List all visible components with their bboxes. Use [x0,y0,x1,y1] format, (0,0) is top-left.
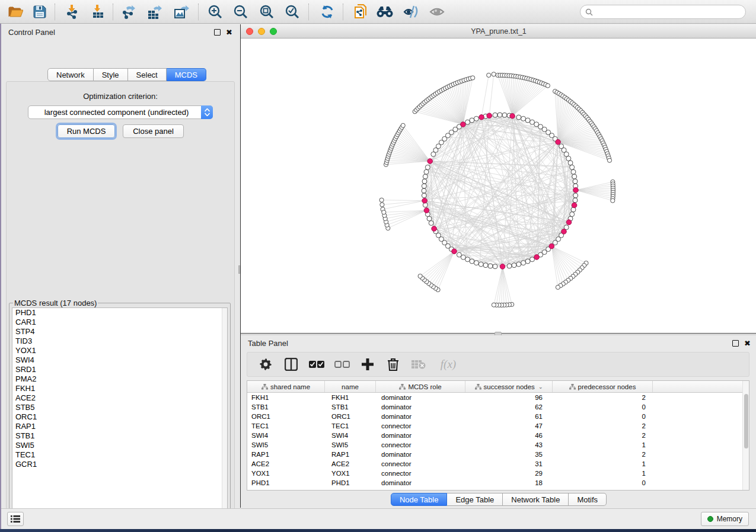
table-scrollbar-thumb[interactable] [744,394,748,448]
float-table-panel-icon[interactable] [732,340,739,347]
tab-select[interactable]: Select [128,68,167,81]
export-network-icon[interactable] [120,4,138,20]
network-window-titlebar[interactable]: YPA_prune.txt_1 [241,24,756,39]
table-cell: SWI5 [247,441,325,448]
column-header-name[interactable]: name [325,381,376,392]
table-cell: dominator [376,479,465,486]
select-all-icon[interactable] [309,357,324,372]
toolbar-separator [113,4,113,20]
network-title: YPA_prune.txt_1 [241,27,756,36]
zoom-in-icon[interactable] [206,4,224,20]
mcds-result-item[interactable]: PHD1 [12,308,227,318]
table-cell: FKH1 [247,394,325,401]
import-table-icon[interactable] [89,4,107,20]
table-cell: 47 [465,422,553,430]
network-file-icon[interactable] [352,4,370,20]
mcds-list-scrollbar[interactable] [222,308,227,515]
mcds-result-item[interactable]: PMA2 [12,374,227,384]
toolbar-separator [55,4,55,20]
table-cell: 1 [553,470,653,477]
mcds-tab-content: Optimization criterion: largest connecte… [6,81,235,530]
table-cell: 96 [465,394,553,401]
memory-button[interactable]: Memory [701,512,749,526]
optimization-criterion-select[interactable]: largest connected component (undirected) [28,105,213,119]
mcds-result-item[interactable]: TID3 [12,336,227,346]
table-row[interactable]: RAP1RAP1dominator352 [247,450,749,459]
table-row[interactable]: ORC1ORC1dominator610 [247,412,749,421]
zoom-selected-icon[interactable] [283,4,301,20]
delete-icon[interactable] [385,357,401,372]
split-columns-icon[interactable] [283,357,299,372]
tab-mcds[interactable]: MCDS [167,68,206,81]
tab-network[interactable]: Network [47,68,94,81]
table-row[interactable]: SWI4SWI4dominator462 [247,431,749,440]
table-row[interactable]: ACE2ACE2connector311 [247,459,749,469]
mcds-result-item[interactable]: STB1 [12,431,227,441]
table-cell: 43 [465,441,553,448]
zoom-fit-icon[interactable] [258,4,276,20]
mcds-result-item[interactable]: STP4 [12,327,227,336]
tab-network-table[interactable]: Network Table [503,493,569,506]
mcds-result-item[interactable]: SWI4 [12,355,227,365]
export-table-icon[interactable] [146,4,164,20]
toolbar-separator [343,4,343,20]
save-icon[interactable] [31,4,49,20]
table-cell: ACE2 [325,460,376,467]
gear-icon[interactable] [258,357,273,372]
mcds-result-item[interactable]: ORC1 [12,412,227,422]
mcds-result-title: MCDS result (17 nodes) [13,299,98,307]
table-row[interactable]: STB1STB1dominator620 [247,402,749,412]
mcds-result-item[interactable]: TEC1 [12,450,227,460]
mcds-result-item[interactable]: CAR1 [12,318,227,327]
hide-eye-icon[interactable] [402,4,420,20]
column-header-shared-name[interactable]: shared name [247,381,325,392]
refresh-icon[interactable] [318,4,336,20]
mcds-result-item[interactable]: SRD1 [12,365,227,374]
export-image-icon[interactable] [173,4,190,20]
close-panel-button[interactable]: Close panel [123,124,184,138]
mcds-result-item[interactable]: SWI5 [12,441,227,450]
table-cell: 0 [553,413,653,420]
add-icon[interactable] [360,357,375,372]
mcds-result-item[interactable]: YOX1 [12,346,227,355]
mcds-result-item[interactable]: FKH1 [12,384,227,393]
table-row[interactable]: YOX1YOX1connector291 [247,469,749,478]
mcds-result-item[interactable]: RAP1 [12,422,227,431]
column-header-predecessor-nodes[interactable]: predecessor nodes [553,381,653,392]
mcds-result-item[interactable]: ACE2 [12,393,227,403]
run-mcds-button[interactable]: Run MCDS [58,124,115,138]
mcds-result-groupbox: MCDS result (17 nodes) PHD1CAR1STP4TID3Y… [9,299,231,521]
open-folder-icon[interactable] [7,4,24,20]
tab-node-table[interactable]: Node Table [391,493,448,506]
table-row[interactable]: FKH1FKH1dominator962 [247,393,749,402]
zoom-out-icon[interactable] [232,4,250,20]
network-graph[interactable] [241,39,755,332]
task-history-button[interactable] [7,512,24,526]
close-panel-icon[interactable]: ✖ [226,28,232,36]
float-panel-icon[interactable] [214,29,221,36]
table-row[interactable]: SWI5SWI5connector431 [247,440,749,450]
search-input[interactable] [580,5,746,19]
table-scrollbar[interactable] [742,381,749,490]
network-canvas[interactable] [241,39,756,333]
tab-edge-table[interactable]: Edge Table [447,493,503,506]
close-table-panel-icon[interactable]: ✖ [744,339,751,347]
binoculars-icon[interactable] [376,4,394,20]
table-cell: STB1 [247,403,325,411]
tab-motifs[interactable]: Motifs [569,493,607,506]
import-network-icon[interactable] [63,4,81,20]
column-header-MCDS-role[interactable]: MCDS role [376,381,465,392]
table-row[interactable]: TEC1TEC1connector472 [247,421,749,431]
mcds-result-item[interactable]: STB5 [12,403,227,412]
vertical-splitter-handle[interactable] [238,265,240,274]
table-cell: TEC1 [247,422,325,430]
table-row[interactable]: PHD1PHD1dominator180 [247,478,749,488]
toolbar-separator [308,4,309,20]
mcds-result-item[interactable]: GCR1 [12,460,227,469]
column-header-successor-nodes[interactable]: successor nodes⌄ [465,381,553,392]
deselect-all-icon[interactable] [334,357,350,372]
show-eye-icon[interactable] [428,4,446,20]
desktop-background [0,529,756,532]
tab-style[interactable]: Style [94,68,128,81]
mcds-result-list[interactable]: PHD1CAR1STP4TID3YOX1SWI4SRD1PMA2FKH1ACE2… [12,307,228,516]
